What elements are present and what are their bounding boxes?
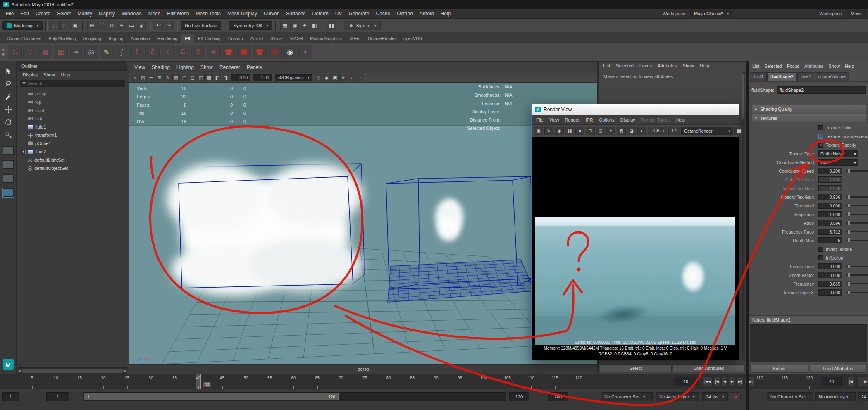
node-name-field[interactable]: fluidShape2 — [777, 86, 866, 94]
menu-select[interactable]: Select — [54, 10, 74, 18]
collision-sphere-icon[interactable]: ◉ — [283, 45, 297, 59]
render-settings-icon[interactable]: ✦ — [606, 127, 615, 135]
region-render-icon[interactable]: ⊡ — [586, 127, 595, 135]
film-gate-icon[interactable]: ▢ — [181, 74, 188, 81]
vertical-scrollbar[interactable] — [742, 72, 745, 361]
shelf-tab-octanerender[interactable]: OctaneRender — [365, 34, 399, 43]
ipr-render-icon[interactable]: ◉ — [290, 21, 299, 30]
render-view-canvas[interactable]: Samples: 800/5000 Time: 00:00:20/00:02:0… — [532, 137, 739, 360]
shaded-mode-icon[interactable]: ◆ — [323, 74, 330, 81]
channel-display-chip[interactable]: RGB▾ — [648, 127, 667, 135]
checkbox-texture-opacity[interactable]: ✓ — [818, 143, 823, 148]
field-color-tex-gain[interactable]: 1.000 — [818, 176, 842, 183]
outliner-item-front[interactable]: front — [18, 106, 127, 114]
attr-tab-octanevolume[interactable]: octaneVolume — [815, 72, 849, 81]
snap-to-projected-center-icon[interactable]: ⌖ — [117, 21, 126, 30]
scrollbar-thumb[interactable] — [742, 74, 744, 119]
menu-mesh-display[interactable]: Mesh Display — [224, 10, 260, 18]
viewport-menu-shading[interactable]: Shading — [148, 63, 173, 72]
slider-texture-origin-x[interactable] — [846, 292, 868, 293]
shelf-tab-xgen[interactable]: XGen — [346, 34, 364, 43]
checkbox-texture-incandescence[interactable] — [818, 134, 823, 139]
layout-two-pane-button[interactable] — [3, 160, 14, 169]
select-button[interactable]: Select — [750, 365, 808, 373]
workspace-dropdown[interactable]: Maya Classic*▾ — [690, 10, 732, 17]
pause-icon[interactable]: ▮▮ — [327, 21, 336, 30]
make-object-live-icon[interactable]: ◈ — [137, 21, 146, 30]
redo-icon[interactable]: ↷ — [164, 21, 173, 30]
shelf-tab-sculpting[interactable]: Sculpting — [80, 34, 104, 43]
outliner-menu-show[interactable]: Show — [41, 72, 58, 78]
nhair-paint-icon[interactable]: ζ — [145, 45, 160, 59]
slider-handle[interactable] — [847, 229, 850, 234]
attr-tab-fluid1[interactable]: fluid1 — [750, 72, 767, 81]
renderview-menu-help[interactable]: Help — [672, 117, 688, 123]
grid-toggle-icon[interactable]: ▦ — [172, 74, 180, 81]
slider-handle[interactable] — [847, 195, 850, 199]
wireframe-mode-icon[interactable]: ◇ — [315, 74, 322, 81]
menu-curves[interactable]: Curves — [260, 10, 283, 18]
redo-previous-render-icon[interactable]: ↻ — [544, 127, 553, 135]
anim-layer-dropdown[interactable]: No Anim Layer▾ — [656, 392, 699, 401]
current-frame-field[interactable]: 40 — [822, 377, 842, 386]
lasso-select-tool-icon[interactable] — [2, 78, 14, 89]
anim-layer-dropdown-window2[interactable]: No Anim Layer — [815, 392, 856, 401]
attr-menu-help[interactable]: Help — [697, 62, 712, 69]
snap-to-curve-icon[interactable]: ⌒ — [97, 21, 106, 30]
slider-handle[interactable] — [847, 221, 850, 225]
attr-menu-list[interactable]: List — [600, 62, 613, 69]
menu-modify[interactable]: Modify — [74, 10, 95, 18]
menu-octane[interactable]: Octane — [393, 10, 416, 18]
attr-tab-fluidshape2[interactable]: fluidShape2 — [767, 72, 796, 81]
playback-end-field[interactable]: 120 — [509, 392, 529, 401]
renderview-menu-file[interactable]: File — [533, 117, 546, 123]
section-textures[interactable]: ▼Textures — [751, 114, 866, 122]
exposure-field[interactable]: 0.00 — [231, 74, 250, 81]
snapshot-icon[interactable]: ◫ — [596, 127, 605, 135]
field-texture-time[interactable]: 0.000 — [818, 263, 842, 269]
step-forward-frame-button[interactable]: ▶| — [736, 377, 743, 386]
menu-mesh-tools[interactable]: Mesh Tools — [193, 10, 224, 18]
shelf-tab-bifrost[interactable]: Bifrost — [267, 34, 286, 43]
attr-menu-help[interactable]: Help — [842, 63, 857, 69]
step-back-frame-button[interactable]: |◀ — [847, 377, 854, 386]
current-time-marker[interactable] — [196, 374, 201, 389]
slider-handle[interactable] — [847, 203, 850, 208]
menu-mesh[interactable]: Mesh — [145, 10, 164, 18]
grease-pencil-icon[interactable]: ✎ — [164, 74, 172, 81]
render-settings-icon[interactable]: ✦ — [300, 21, 309, 30]
renderview-menu-render-target[interactable]: Render Target — [638, 117, 673, 123]
ncloth-rest-shape-icon[interactable] — [268, 45, 282, 59]
pond-icon[interactable]: ◎ — [84, 45, 98, 59]
render-current-frame-icon[interactable]: ▦ — [280, 21, 289, 30]
play-forwards-button[interactable]: ▶ — [857, 377, 868, 386]
menu-windows[interactable]: Windows — [118, 10, 145, 18]
nparticles-icon[interactable]: ∴ — [8, 45, 22, 59]
viewport-menu-lighting[interactable]: Lighting — [173, 63, 197, 72]
paint-select-tool-icon[interactable] — [2, 91, 14, 102]
menu-edit[interactable]: Edit — [17, 10, 32, 18]
minimize-icon[interactable]: — — [723, 107, 736, 113]
attr-menu-selected[interactable]: Selected — [613, 62, 637, 69]
slider-frequency-ratio[interactable] — [846, 231, 868, 232]
select-button[interactable]: Select — [600, 364, 672, 372]
time-slider-track[interactable]: 5101520253035404550556065707580859095100… — [0, 374, 670, 389]
move-tool-icon[interactable] — [2, 104, 14, 115]
slider-coordinate-speed[interactable] — [846, 170, 868, 172]
pause-render-icon[interactable]: ▮▮ — [734, 127, 744, 135]
outliner-item-defaultlightset[interactable]: defaultLightSet — [18, 156, 127, 164]
nconstraint-weld-icon[interactable]: ✕ — [207, 45, 221, 59]
character-set-dropdown-window2[interactable]: No Character Set — [767, 392, 813, 401]
menu-uv[interactable]: UV — [332, 10, 346, 18]
attr-menu-show[interactable]: Show — [680, 62, 697, 69]
play-forwards-button[interactable]: ▶ — [729, 377, 735, 386]
shelf-tab-openvdb[interactable]: openVDB — [400, 34, 425, 43]
ipr-render-icon[interactable]: ◉ — [555, 127, 564, 135]
playback-start-field[interactable]: 1 — [46, 392, 69, 401]
outliner-horizontal-scrollbar[interactable]: ◀ ▶ — [18, 367, 127, 374]
ncloth-input-attract-icon[interactable] — [253, 45, 267, 59]
slider-handle[interactable] — [847, 290, 850, 295]
gamma-field[interactable]: 1.00 — [253, 74, 272, 81]
shelf-tab-menu-icon[interactable]: ▾ — [2, 48, 5, 52]
shadows-toggle-icon[interactable]: ◐ — [348, 74, 355, 81]
